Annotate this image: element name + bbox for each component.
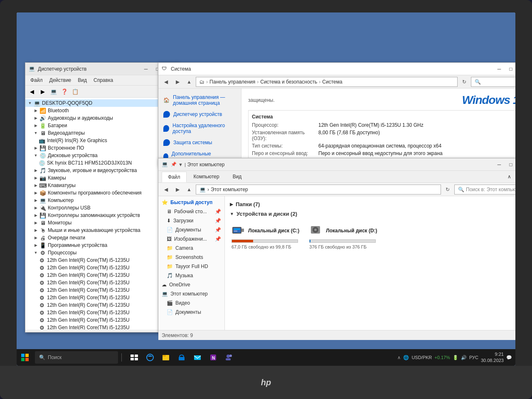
device-tree[interactable]: ▼ 💻 DESKTOP-QOQF5QD ▶ 📶 Bluetooth xyxy=(25,98,178,330)
exp-screenshots[interactable]: 📁 Screenshots xyxy=(158,253,224,262)
taskbar-onenote[interactable]: N xyxy=(206,349,221,366)
menu-help[interactable]: Справка xyxy=(90,76,116,84)
tree-monitors[interactable]: ▶ 🖥 Мониторы xyxy=(25,219,178,227)
drive-c[interactable]: Локальный диск (C:) 67,0 ГБ свободно из … xyxy=(230,222,301,251)
taskbar-edge[interactable] xyxy=(143,349,158,366)
tree-storage-ctrl[interactable]: ▶ 💾 Контроллеры запоминающих устройств xyxy=(25,212,178,219)
sw-expand-icon[interactable]: ▶ xyxy=(33,190,39,196)
root-expand-icon[interactable]: ▼ xyxy=(27,100,33,106)
system-address-bar[interactable]: 🗂 › Панель управления › Система и безопа… xyxy=(196,77,458,87)
forward-button[interactable]: ▶ xyxy=(38,87,48,96)
sw-dev-expand-icon[interactable]: ▶ xyxy=(33,242,39,248)
taskbar-search-box[interactable]: 🔍 Поиск xyxy=(35,351,118,364)
exp-back-btn[interactable]: ◀ xyxy=(161,185,171,195)
tab-view[interactable]: Вид xyxy=(227,171,248,182)
systray-arrow[interactable]: ∧ xyxy=(397,355,401,360)
exp-refresh-btn[interactable]: ↻ xyxy=(443,185,453,195)
tree-cpu-5[interactable]: ⚙12th Gen Intel(R) Core(TM) i5-1235U xyxy=(25,286,178,294)
tree-keyboards[interactable]: ▶ ⌨ Клавиатуры xyxy=(25,182,178,189)
exp-maximize-btn[interactable]: □ xyxy=(505,159,515,170)
tree-firmware[interactable]: ▶ 💾 Встроенное ПО xyxy=(25,144,178,152)
exp-documents[interactable]: 📄 Документы 📌 xyxy=(158,225,224,234)
exp-onedrive[interactable]: ☁ OneDrive xyxy=(158,280,224,289)
exp-music[interactable]: 🎵 Музыка xyxy=(158,271,224,280)
taskbar-mail[interactable] xyxy=(190,349,205,366)
ribbon-expand-btn[interactable]: ∧ xyxy=(503,171,515,182)
drive-d[interactable]: Локальный диск (D:) 376 ГБ свободно из 3… xyxy=(308,222,379,251)
sidebar-protection[interactable]: Защита системы xyxy=(158,137,241,148)
tree-iris[interactable]: 📺 Intel(R) Iris(R) Xe Graphics xyxy=(25,137,178,144)
storage-expand-icon[interactable]: ▶ xyxy=(33,212,39,218)
taskbar-store[interactable] xyxy=(174,349,189,366)
sys-maximize-btn[interactable]: □ xyxy=(505,63,515,75)
start-button[interactable] xyxy=(17,349,33,366)
sys-back-btn[interactable]: ◀ xyxy=(161,77,171,87)
bluetooth-expand-icon[interactable]: ▶ xyxy=(33,108,39,113)
sidebar-device-manager[interactable]: Диспетчер устройств xyxy=(158,108,241,120)
explorer-address-bar[interactable]: 💻 › Этот компьютер xyxy=(196,185,441,195)
back-button[interactable]: ◀ xyxy=(27,87,37,96)
sys-forward-btn[interactable]: ▶ xyxy=(172,77,182,87)
tree-sound[interactable]: ▶ 🎵 Звуковые, игровые и видеоустройства xyxy=(25,167,178,174)
tree-cpu-4[interactable]: ⚙12th Gen Intel(R) Core(TM) i5-1235U xyxy=(25,279,178,286)
tree-usb[interactable]: ▶ 🔌 Контроллеры USB xyxy=(25,204,178,212)
tree-video-adapters[interactable]: ▼ 🖥 Видеоадаптеры xyxy=(25,129,178,137)
proc-expand-icon[interactable]: ▼ xyxy=(33,250,39,256)
print-expand-icon[interactable]: ▶ xyxy=(33,235,39,241)
tree-cameras[interactable]: ▶ 📷 Камеры xyxy=(25,174,178,182)
disk-expand-icon[interactable]: ▼ xyxy=(33,153,39,158)
audio-expand-icon[interactable]: ▶ xyxy=(33,115,39,121)
tree-software-devices[interactable]: ▶ 📱 Программные устройства xyxy=(25,241,178,249)
tree-computer[interactable]: ▶ 💻 Компьютер xyxy=(25,197,178,204)
tree-skhynix[interactable]: 💿 SK hynix BC711 HFM512GD3JX013N xyxy=(25,159,178,167)
tree-disk-devices[interactable]: ▼ 💿 Дисковые устройства xyxy=(25,152,178,159)
sidebar-home[interactable]: 🏠 Панель управления —домашняя страница xyxy=(158,92,241,108)
tree-bluetooth[interactable]: ▶ 📶 Bluetooth xyxy=(25,107,178,114)
exp-this-pc[interactable]: 💻 Этот компьютер xyxy=(158,289,224,298)
monitors-expand-icon[interactable]: ▶ xyxy=(33,220,39,226)
help-btn[interactable]: ❓ xyxy=(59,87,69,96)
sys-refresh-btn[interactable]: ↻ xyxy=(459,77,469,87)
tree-mice[interactable]: ▶ 🖱 Мыши и иные указывающие устройства xyxy=(25,227,178,234)
mice-expand-icon[interactable]: ▶ xyxy=(33,227,39,233)
tree-processors[interactable]: ▼ ⚙ Процессоры xyxy=(25,249,178,256)
system-search-box[interactable]: 🔍 xyxy=(471,77,515,87)
firmware-expand-icon[interactable]: ▶ xyxy=(33,145,39,151)
exp-desktop[interactable]: 🖥 Рабочий сто... 📌 xyxy=(158,207,224,216)
menu-view[interactable]: Вид xyxy=(74,76,90,84)
notifications-icon[interactable]: 💬 xyxy=(506,355,512,360)
exp-downloads[interactable]: ⬇ Загрузки 📌 xyxy=(158,216,224,225)
tree-cpu-9[interactable]: ⚙12th Gen Intel(R) Core(TM) i5-1235U xyxy=(25,316,178,324)
tree-audio[interactable]: ▶ 🔊 Аудиовходы и аудиовыходы xyxy=(25,114,178,122)
video-expand-icon[interactable]: ▼ xyxy=(33,130,39,136)
tree-cpu-10[interactable]: ⚙12th Gen Intel(R) Core(TM) i5-1235U xyxy=(25,324,178,330)
exp-forward-btn[interactable]: ▶ xyxy=(172,185,182,195)
exp-up-btn[interactable]: ▲ xyxy=(184,185,194,195)
tree-software-components[interactable]: ▶ 📦 Компоненты программного обеспечения xyxy=(25,189,178,197)
tree-cpu-7[interactable]: ⚙12th Gen Intel(R) Core(TM) i5-1235U xyxy=(25,301,178,309)
tree-cpu-8[interactable]: ⚙12th Gen Intel(R) Core(TM) i5-1235U xyxy=(25,309,178,316)
sys-minimize-btn[interactable]: ─ xyxy=(493,63,505,75)
computer-icon-btn[interactable]: 💻 xyxy=(49,87,59,96)
sidebar-remote-access[interactable]: Настройка удаленного доступа xyxy=(158,120,241,137)
properties-btn[interactable]: 📋 xyxy=(70,87,80,96)
battery-expand-icon[interactable]: ▶ xyxy=(33,123,39,128)
taskbar-explorer[interactable] xyxy=(158,349,173,366)
taskbar-taskview[interactable] xyxy=(127,349,142,366)
keyboards-expand-icon[interactable]: ▶ xyxy=(33,182,39,188)
tree-cpu-3[interactable]: ⚙12th Gen Intel(R) Core(TM) i5-1235U xyxy=(25,271,178,279)
computer-expand-icon[interactable]: ▶ xyxy=(33,197,39,203)
tree-cpu-2[interactable]: ⚙12th Gen Intel(R) Core(TM) i5-1235U xyxy=(25,264,178,271)
drives-section-header[interactable]: ▼ Устройства и диски (2) xyxy=(230,209,515,219)
tree-battery[interactable]: ▶ 🔋 Батареи xyxy=(25,122,178,129)
exp-video[interactable]: 🎬 Видео xyxy=(158,298,224,308)
tree-cpu-6[interactable]: ⚙12th Gen Intel(R) Core(TM) i5-1235U xyxy=(25,294,178,301)
exp-docs2[interactable]: 📄 Документы xyxy=(158,308,224,317)
menu-file[interactable]: Файл xyxy=(27,76,46,84)
tree-root[interactable]: ▼ 💻 DESKTOP-QOQF5QD xyxy=(25,99,178,107)
minimize-button[interactable]: ─ xyxy=(140,63,152,75)
tab-file[interactable]: Файл xyxy=(162,172,187,182)
taskbar-clock[interactable]: 9:21 30.08.2023 xyxy=(481,351,504,364)
exp-quick-access[interactable]: ⭐ Быстрый доступ xyxy=(158,198,224,207)
usb-expand-icon[interactable]: ▶ xyxy=(33,205,39,211)
